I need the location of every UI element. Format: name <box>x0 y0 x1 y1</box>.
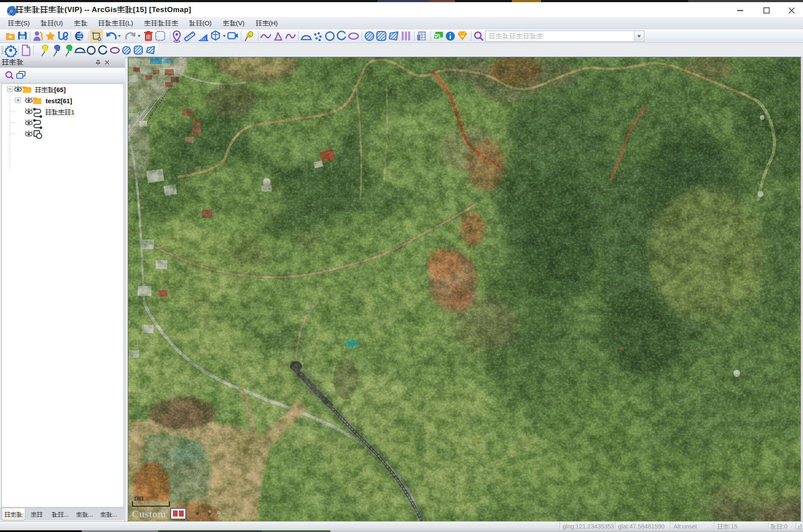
svg-text:Custom: Custom <box>132 508 166 520</box>
